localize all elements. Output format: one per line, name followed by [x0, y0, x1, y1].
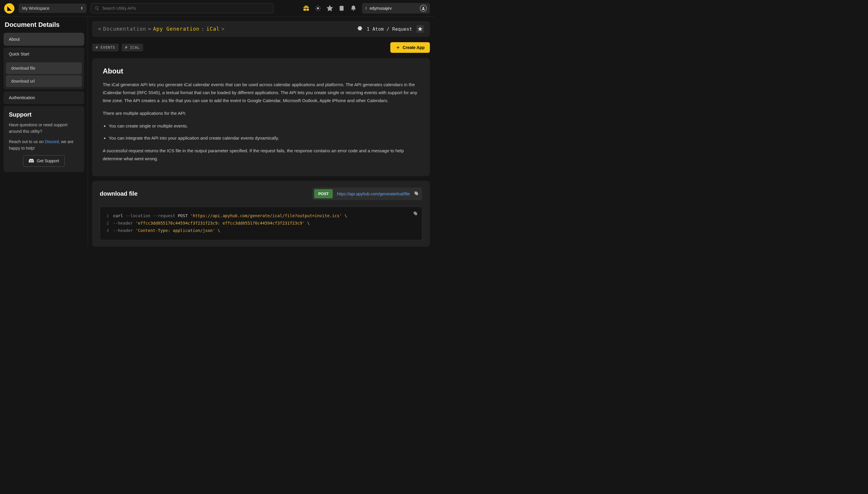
nav-quick-start[interactable]: Quick Start [3, 48, 84, 60]
svg-marker-9 [327, 6, 333, 11]
clipboard-icon[interactable] [338, 5, 345, 12]
about-p3: A successful request returns the ICS fil… [103, 147, 419, 163]
code-block: 1curl --location --request POST 'https:/… [100, 207, 422, 240]
chevron-up-down-icon: ▲▼ [365, 6, 367, 10]
support-card: Support Have questions or need support a… [3, 106, 84, 172]
svg-line-7 [316, 10, 316, 10]
svg-marker-19 [418, 27, 422, 31]
favorite-button[interactable] [416, 25, 424, 33]
sidebar-title: Document Details [3, 21, 84, 28]
discord-icon [29, 158, 34, 164]
support-heading: Support [9, 111, 79, 118]
plus-icon [396, 45, 400, 50]
svg-point-18 [360, 28, 360, 28]
atom-icon [357, 26, 362, 32]
get-support-button[interactable]: Get Support [23, 155, 65, 167]
support-text-1: Have questions or need support around th… [9, 121, 79, 135]
breadcrumb: <Documentation = Apy Generation : iCal> [98, 26, 225, 32]
logo[interactable]: ◣ [4, 3, 15, 14]
nav-download-file[interactable]: download file [6, 62, 82, 74]
user-menu[interactable]: ▲▼ edymusajev [362, 3, 430, 14]
http-method: POST [314, 189, 333, 198]
username: edymusajev [370, 6, 392, 11]
breadcrumb-bar: <Documentation = Apy Generation : iCal> … [92, 21, 430, 37]
sun-icon[interactable] [315, 5, 321, 12]
svg-point-14 [423, 7, 424, 8]
nav-download-url[interactable]: download url [6, 75, 82, 87]
search-box[interactable] [91, 3, 274, 13]
search-input[interactable] [102, 6, 270, 11]
about-p1: The iCal generator API lets you generate… [103, 80, 419, 104]
svg-line-4 [319, 10, 320, 10]
nav-about[interactable]: About [3, 33, 84, 46]
about-li1: You can create single or multiple events… [109, 122, 419, 130]
support-text-2: Reach out to us on Discord, we are happy… [9, 138, 79, 152]
create-app-button[interactable]: Create App [390, 42, 430, 53]
about-p2: There are multiple applications for the … [103, 109, 419, 117]
discord-link[interactable]: Discord [44, 139, 58, 144]
bell-icon[interactable] [350, 5, 357, 12]
star-icon[interactable] [326, 5, 333, 12]
endpoint-title: download file [100, 190, 137, 197]
avatar-icon [420, 5, 427, 12]
svg-line-3 [316, 6, 316, 6]
endpoint-section: download file POST https://api.apyhub.co… [92, 181, 430, 247]
copy-url-icon[interactable] [414, 191, 419, 196]
about-section: About The iCal generator API lets you ge… [92, 58, 430, 176]
endpoint-pill: POST https://api.apyhub.com/generate/ica… [313, 187, 422, 200]
nav-authentication[interactable]: Authentication [3, 91, 84, 104]
copy-code-icon[interactable] [413, 211, 418, 216]
tag-ical[interactable]: # ICAL [121, 44, 143, 51]
chevron-up-down-icon: ▲▼ [81, 6, 83, 10]
svg-point-0 [317, 7, 319, 9]
about-li2: You can integrate the API into your appl… [109, 134, 419, 142]
svg-line-8 [319, 6, 320, 6]
gift-icon[interactable] [303, 5, 309, 12]
endpoint-url[interactable]: https://api.apyhub.com/generate/ical/fil… [337, 191, 410, 196]
workspace-selector[interactable]: My Workspace ▲▼ [19, 3, 87, 13]
svg-rect-21 [415, 192, 417, 194]
svg-rect-23 [414, 212, 416, 214]
workspace-name: My Workspace [22, 6, 49, 11]
tag-events[interactable]: # EVENTS [92, 44, 119, 51]
atoms-text: 1 Atom / Request [367, 26, 412, 32]
search-icon [94, 6, 99, 11]
about-heading: About [103, 67, 419, 75]
